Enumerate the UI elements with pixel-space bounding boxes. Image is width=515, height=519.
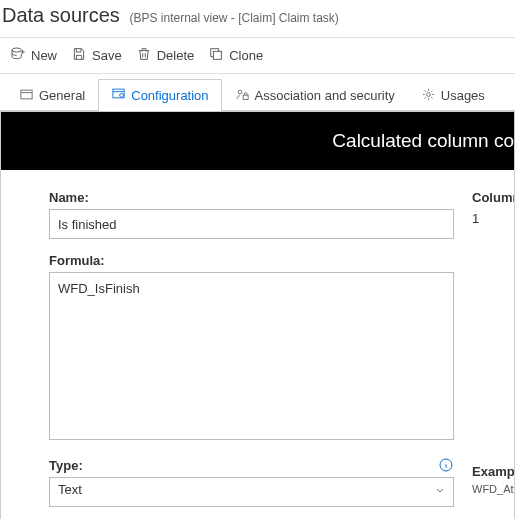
formula-label: Formula:	[49, 253, 454, 268]
tab-label: General	[39, 88, 85, 103]
clone-button[interactable]: Clone	[208, 46, 263, 65]
svg-point-7	[426, 92, 430, 96]
type-label: Type:	[49, 458, 83, 473]
tab-label: Association and security	[255, 88, 395, 103]
save-icon	[71, 46, 87, 65]
page-header: Data sources (BPS internal view - [Claim…	[0, 0, 515, 37]
name-label: Name:	[49, 190, 454, 205]
database-plus-icon	[10, 46, 26, 65]
column-label: Column	[472, 190, 515, 205]
toolbar-label: Delete	[157, 48, 195, 63]
example-value: WFD_Att	[472, 483, 515, 495]
toolbar-label: New	[31, 48, 57, 63]
tab-label: Usages	[441, 88, 485, 103]
toolbar-label: Save	[92, 48, 122, 63]
tab-usages[interactable]: Usages	[408, 79, 498, 111]
formula-input[interactable]	[49, 272, 454, 440]
name-input[interactable]	[49, 209, 454, 239]
panel-banner: Calculated column co	[1, 112, 514, 170]
window-icon	[19, 87, 34, 105]
svg-rect-2	[21, 90, 32, 99]
page-title: Data sources	[2, 4, 120, 26]
divider	[0, 73, 515, 74]
tab-bar: General Configuration Association and se…	[0, 78, 515, 111]
column-value: 1	[472, 205, 515, 226]
svg-point-4	[120, 94, 124, 98]
info-icon[interactable]	[438, 457, 454, 473]
svg-point-0	[12, 48, 21, 52]
svg-point-5	[238, 90, 242, 94]
toolbar: New Save Delete Clone	[0, 38, 515, 73]
delete-button[interactable]: Delete	[136, 46, 195, 65]
form: Name: Formula: Type: Text	[1, 170, 514, 507]
tab-configuration[interactable]: Configuration	[98, 79, 221, 111]
toolbar-label: Clone	[229, 48, 263, 63]
tab-general[interactable]: General	[6, 79, 98, 111]
new-button[interactable]: New	[10, 46, 57, 65]
panel-banner-text: Calculated column co	[332, 130, 514, 152]
tab-association-security[interactable]: Association and security	[222, 79, 408, 111]
svg-rect-6	[243, 95, 248, 99]
type-value: Text	[58, 482, 82, 497]
window-gear-icon	[111, 86, 126, 104]
tab-label: Configuration	[131, 88, 208, 103]
page-subtitle: (BPS internal view - [Claim] Claim task)	[129, 11, 338, 25]
gear-icon	[421, 87, 436, 105]
users-lock-icon	[235, 87, 250, 105]
svg-rect-1	[214, 51, 222, 59]
save-button[interactable]: Save	[71, 46, 122, 65]
clone-icon	[208, 46, 224, 65]
trash-icon	[136, 46, 152, 65]
example-label: Exampl	[472, 464, 515, 479]
type-select[interactable]: Text	[49, 477, 454, 507]
tab-content: Calculated column co Name: Formula: Type…	[0, 111, 515, 519]
